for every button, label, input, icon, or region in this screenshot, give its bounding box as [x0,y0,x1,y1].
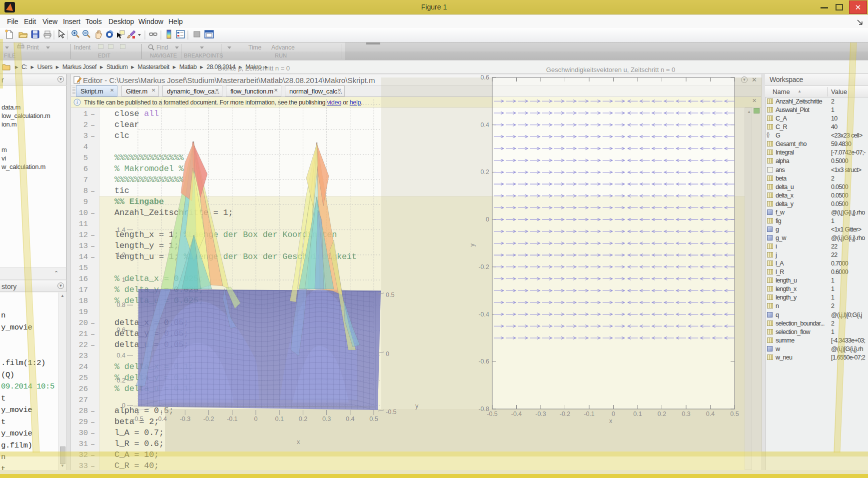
svg-text:x: x [609,418,613,424]
svg-text:Geschwindigkeitsvektoren u, Ze: Geschwindigkeitsvektoren u, Zeitschritt … [546,66,675,74]
svg-text:0.2: 0.2 [117,377,125,384]
svg-text:-0.4: -0.4 [156,416,167,422]
svg-text:0: 0 [254,416,258,422]
svg-text:0: 0 [612,410,615,418]
svg-text:i: i [76,100,78,105]
svg-text:0.2: 0.2 [481,168,489,176]
svg-text:-0.5: -0.5 [132,416,143,422]
svg-text:0.5: 0.5 [730,410,739,418]
svg-text:0.4: 0.4 [346,416,354,422]
svg-text:0: 0 [122,402,125,409]
svg-text:-0.3: -0.3 [535,410,546,418]
svg-text:1.4: 1.4 [117,226,125,234]
svg-text:0.5: 0.5 [369,416,378,422]
svg-text:1.2: 1.2 [117,252,125,258]
svg-text:-0.2: -0.2 [560,410,571,418]
svg-text:-0.5: -0.5 [487,410,498,418]
svg-text:0.3: 0.3 [322,416,331,422]
svg-text:x: x [297,438,300,446]
svg-text:-0.3: -0.3 [180,416,191,422]
svg-text:0: 0 [486,216,489,223]
svg-text:0.1: 0.1 [633,410,642,418]
svg-text:-0.6: -0.6 [478,358,489,365]
svg-text:0.6: 0.6 [117,326,125,334]
svg-text:0.4: 0.4 [706,410,715,418]
svg-text:0.4: 0.4 [117,352,125,359]
svg-text:y: y [469,243,476,246]
svg-text:-0.2: -0.2 [478,264,489,270]
svg-text:-0.4: -0.4 [478,311,489,318]
svg-text:1: 1 [122,276,125,284]
svg-text:0.5: 0.5 [386,292,394,298]
svg-text:-0.4: -0.4 [511,410,522,418]
svg-text:0.3: 0.3 [682,410,690,418]
svg-text:-0.5: -0.5 [386,408,397,416]
svg-text:Dichte p, Zeitschritt n = 0: Dichte p, Zeitschritt n = 0 [218,64,290,72]
svg-text:0.4: 0.4 [481,122,489,128]
svg-text:y: y [415,402,419,410]
svg-text:-0.2: -0.2 [203,416,214,422]
svg-text:-0.1: -0.1 [584,410,595,418]
svg-text:-0.1: -0.1 [227,416,238,422]
svg-text:0.1: 0.1 [275,416,284,422]
svg-text:0.8: 0.8 [117,302,125,308]
svg-text:0.6: 0.6 [481,74,489,81]
svg-text:0: 0 [386,350,389,358]
svg-text:0.2: 0.2 [658,410,666,418]
svg-text:0.2: 0.2 [299,416,307,422]
